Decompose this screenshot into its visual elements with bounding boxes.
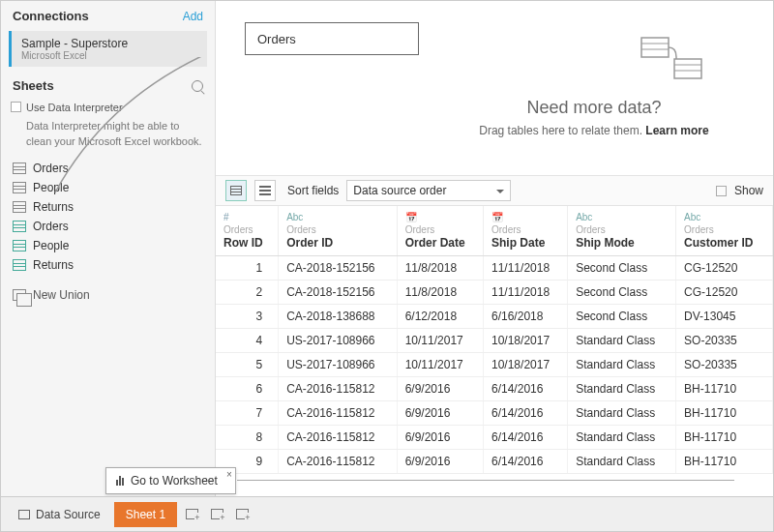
need-more-data-hint: Need more data? Drag tables here to rela…	[454, 98, 734, 137]
sheet-item-label: Returns	[33, 200, 74, 214]
table-row[interactable]: 5US-2017-10896610/11/201710/18/2017Stand…	[216, 353, 773, 377]
table-row[interactable]: 9CA-2016-1158126/9/20166/14/2016Standard…	[216, 450, 773, 474]
sheet-icon	[13, 163, 26, 174]
main-area: Orders Need more data? Drag tables here …	[216, 1, 773, 496]
sheet-item[interactable]: Returns	[1, 255, 215, 275]
datasource-icon	[18, 510, 30, 519]
table-row[interactable]: 2CA-2018-15215611/8/201811/11/2018Second…	[216, 281, 773, 305]
close-icon[interactable]: ×	[226, 469, 232, 480]
new-story-button[interactable]	[231, 504, 253, 525]
union-icon	[13, 289, 26, 301]
view-list-button[interactable]	[254, 180, 276, 201]
column-header[interactable]: 📅OrdersOrder Date	[397, 206, 483, 256]
column-header[interactable]: #OrdersRow ID	[216, 206, 279, 256]
grid-icon	[230, 186, 242, 195]
connection-name: Sample - Superstore	[21, 37, 197, 50]
sheet-item[interactable]: Orders	[1, 217, 215, 236]
column-header[interactable]: AbcOrdersCustomer ID	[676, 206, 773, 256]
new-union-label: New Union	[33, 288, 90, 302]
table-row[interactable]: 4US-2017-10896610/11/201710/18/2017Stand…	[216, 329, 773, 353]
sidebar: Connections Add Sample - Superstore Micr…	[1, 1, 216, 496]
new-dashboard-button[interactable]	[206, 504, 227, 525]
connection-item[interactable]: Sample - Superstore Microsoft Excel	[9, 31, 207, 67]
sheet-item[interactable]: Returns	[1, 197, 215, 217]
chart-icon	[116, 476, 124, 486]
go-to-worksheet-tooltip: × Go to Worksheet	[105, 467, 236, 494]
column-header[interactable]: 📅OrdersShip Date	[484, 206, 568, 256]
sheet-item-label: Returns	[33, 258, 74, 272]
sheet-item-label: People	[33, 181, 69, 194]
data-interpreter-label: Use Data Interpreter	[26, 102, 123, 113]
list-icon	[259, 186, 271, 195]
data-grid[interactable]: #OrdersRow IDAbcOrdersOrder ID📅OrdersOrd…	[216, 206, 773, 496]
sort-fields-label: Sort fields	[287, 184, 339, 197]
sheet-item-label: Orders	[33, 162, 69, 175]
data-interpreter-checkbox[interactable]	[11, 102, 21, 112]
sheets-title: Sheets	[13, 78, 54, 93]
connection-type: Microsoft Excel	[21, 50, 197, 61]
learn-more-link[interactable]: Learn more	[645, 124, 708, 137]
connections-title: Connections	[13, 9, 89, 23]
show-aliases-checkbox[interactable]	[716, 186, 727, 196]
svg-rect-0	[641, 38, 669, 57]
sheet-item-label: Orders	[33, 220, 69, 233]
sheet-icon	[13, 201, 26, 213]
sheet1-tab[interactable]: Sheet 1	[114, 502, 177, 527]
view-grid-button[interactable]	[225, 180, 247, 201]
table-row[interactable]: 6CA-2016-1158126/9/20166/14/2016Standard…	[216, 377, 773, 401]
sheet-icon	[13, 182, 26, 193]
data-interpreter-help: Data Interpreter might be able to clean …	[26, 119, 203, 149]
sheet-item-label: People	[33, 239, 69, 252]
data-source-tab[interactable]: Data Source	[9, 502, 110, 527]
column-header[interactable]: AbcOrdersOrder ID	[279, 206, 398, 256]
relation-diagram-icon	[638, 34, 705, 82]
grid-toolbar: Sort fields Data source order Show	[216, 175, 773, 206]
sort-fields-select[interactable]: Data source order	[346, 180, 511, 201]
need-more-title: Need more data?	[454, 98, 734, 118]
relation-canvas[interactable]: Orders Need more data? Drag tables here …	[216, 1, 773, 175]
search-icon[interactable]	[192, 80, 203, 92]
table-row[interactable]: 1CA-2018-15215611/8/201811/11/2018Second…	[216, 256, 773, 281]
sheet-item[interactable]: People	[1, 178, 215, 197]
sheet-icon	[13, 221, 26, 232]
column-header[interactable]: AbcOrdersShip Mode	[568, 206, 676, 256]
table-pill-orders[interactable]: Orders	[245, 22, 419, 55]
sheet-icon	[13, 240, 26, 251]
sheet-item[interactable]: Orders	[1, 159, 215, 178]
table-row[interactable]: 7CA-2016-1158126/9/20166/14/2016Standard…	[216, 401, 773, 426]
add-connection-button[interactable]: Add	[183, 10, 203, 23]
new-union-button[interactable]: New Union	[1, 282, 215, 308]
svg-rect-3	[674, 59, 701, 78]
table-row[interactable]: 8CA-2016-1158126/9/20166/14/2016Standard…	[216, 426, 773, 450]
sheet-item[interactable]: People	[1, 236, 215, 255]
new-worksheet-button[interactable]	[181, 504, 202, 525]
bottom-tab-bar: Data Source Sheet 1	[1, 496, 773, 531]
sheet-icon	[13, 259, 26, 271]
sheet-list: OrdersPeopleReturnsOrdersPeopleReturns	[1, 157, 215, 277]
show-label: Show	[734, 184, 763, 197]
table-row[interactable]: 3CA-2018-1386886/12/20186/16/2018Second …	[216, 305, 773, 329]
